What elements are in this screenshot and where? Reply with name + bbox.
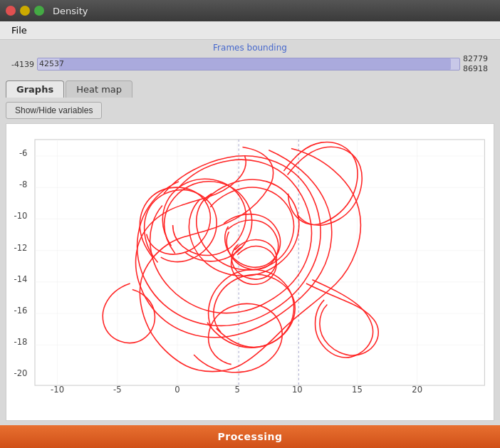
svg-text:-16: -16 [14, 306, 28, 316]
frames-slider-track[interactable]: 42537 [37, 58, 460, 71]
frames-label: Frames bounding [213, 43, 287, 53]
minimize-button[interactable] [20, 6, 30, 16]
svg-text:-10: -10 [14, 211, 28, 221]
chart-svg: -6 -8 -10 -12 -14 -16 -18 -20 -10 -5 0 5… [6, 124, 494, 420]
statusbar: Processing [0, 425, 500, 448]
svg-text:-8: -8 [19, 179, 28, 189]
menubar: File [0, 21, 500, 40]
frames-slider-thumb [59, 58, 452, 70]
file-menu[interactable]: File [6, 24, 33, 37]
svg-text:-10: -10 [51, 384, 64, 394]
content-area: Show/Hide variables -6 -8 -10 -12 -14 -1… [0, 98, 500, 425]
frames-bounding-area: Frames bounding -4139 42537 82779 86918 [0, 40, 500, 78]
chart-container: -6 -8 -10 -12 -14 -16 -18 -20 -10 -5 0 5… [6, 123, 494, 421]
close-button[interactable] [6, 6, 16, 16]
titlebar: Density [0, 0, 500, 21]
svg-text:-6: -6 [19, 148, 28, 158]
status-text: Processing [217, 431, 282, 442]
tabs-area: Graphs Heat map [0, 78, 500, 98]
svg-text:-14: -14 [14, 274, 28, 283]
svg-text:15: 15 [352, 384, 363, 394]
svg-text:20: 20 [412, 384, 422, 394]
svg-text:-12: -12 [14, 242, 28, 252]
frames-left-value: -4139 [6, 60, 34, 69]
tab-graphs[interactable]: Graphs [6, 80, 64, 98]
frames-start-value: 42537 [39, 59, 64, 68]
svg-text:-18: -18 [14, 337, 28, 347]
frames-slider-container[interactable]: 42537 [37, 58, 460, 71]
svg-text:0: 0 [175, 384, 179, 394]
maximize-button[interactable] [34, 6, 44, 16]
svg-text:-5: -5 [113, 384, 122, 394]
svg-text:10: 10 [292, 384, 303, 394]
svg-text:-20: -20 [14, 368, 28, 378]
frames-right-values: 82779 86918 [463, 54, 494, 75]
window-title: Density [53, 6, 88, 16]
tab-heatmap[interactable]: Heat map [66, 80, 132, 98]
show-hide-variables-button[interactable]: Show/Hide variables [6, 102, 102, 119]
svg-text:5: 5 [234, 384, 239, 394]
